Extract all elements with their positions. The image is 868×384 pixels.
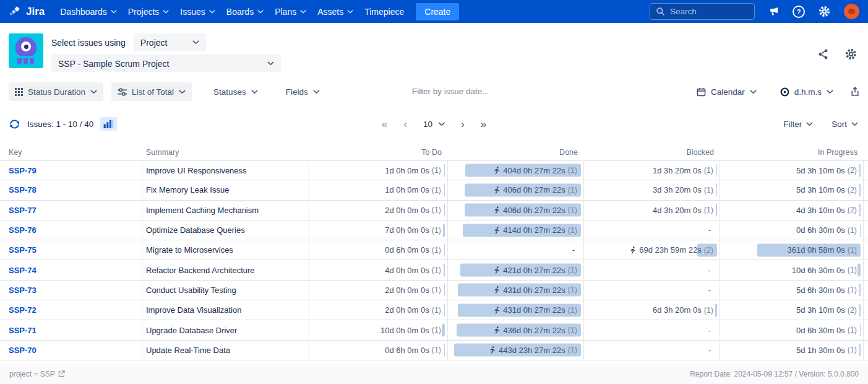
report-type-dropdown[interactable]: Status Duration <box>9 82 103 101</box>
report-header-actions <box>817 48 857 61</box>
issue-key-link[interactable]: SSP-72 <box>9 305 37 315</box>
done-duration-cell: 404d 0h 27m 22s(1) <box>448 161 584 180</box>
settings-gear-icon[interactable] <box>818 5 831 18</box>
inprogress-duration-cell: 5d 1h 30m 0s(1) <box>720 341 864 360</box>
issue-key-link[interactable]: SSP-71 <box>9 326 37 335</box>
user-avatar[interactable] <box>844 4 859 19</box>
blocked-duration-cell: - <box>584 260 720 279</box>
issue-date-filter[interactable]: Filter by issue date... <box>412 87 489 96</box>
blocked-duration-cell: - <box>584 320 720 339</box>
todo-duration-cell: 4d 0h 0m 0s(1) <box>309 260 448 279</box>
nav-timepiece[interactable]: Timepiece <box>359 4 410 20</box>
fields-dropdown[interactable]: Fields <box>280 82 326 101</box>
table-row: SSP-79 Improve UI Responsiveness 1d 0h 0… <box>0 160 868 180</box>
last-page-button[interactable]: » <box>481 119 486 129</box>
duration-bar <box>444 204 445 217</box>
current-status-runner-icon <box>629 247 636 254</box>
column-header-inprogress: In Progress <box>720 148 864 157</box>
create-button[interactable]: Create <box>416 3 459 20</box>
blocked-duration-cell: 4d 3h 20m 0s(1) <box>584 201 720 220</box>
duration-bar <box>444 344 445 357</box>
issue-key-link[interactable]: SSP-73 <box>9 286 37 295</box>
table-row: SSP-72 Improve Data Visualization 2d 0h … <box>0 300 868 320</box>
jira-logo-icon <box>9 5 22 18</box>
global-search[interactable] <box>650 3 755 20</box>
table-row: SSP-78 Fix Memory Leak Issue 1d 0h 0m 0s… <box>0 180 868 200</box>
duration-bar <box>716 204 717 217</box>
nav-assets[interactable]: Assets <box>312 4 359 20</box>
project-dropdown[interactable]: SSP - Sample Scrum Project <box>51 55 281 72</box>
page-size-dropdown[interactable]: 10 <box>423 120 445 129</box>
inprogress-duration-cell: 0d 6h 30m 0s(1) <box>720 320 864 339</box>
refresh-icon[interactable] <box>9 118 20 130</box>
issue-key-link[interactable]: SSP-75 <box>9 245 37 255</box>
chevron-down-icon <box>313 90 320 94</box>
nav-boards[interactable]: Boards <box>221 4 269 20</box>
issue-key-link[interactable]: SSP-76 <box>9 225 37 235</box>
chevron-down-icon <box>179 90 186 94</box>
issue-summary: Refactor Backend Architecture <box>142 260 309 279</box>
current-status-runner-icon <box>492 206 500 214</box>
jira-logo[interactable]: Jira <box>9 5 45 18</box>
column-header-done: Done <box>448 148 584 157</box>
previous-page-button[interactable]: ‹ <box>403 119 407 129</box>
duration-bar <box>859 183 861 196</box>
nav-projects[interactable]: Projects <box>122 4 175 20</box>
issue-summary: Upgrade Database Driver <box>142 320 309 339</box>
statuses-dropdown[interactable]: Statuses <box>207 82 264 101</box>
duration-bar <box>444 183 445 196</box>
sort-dropdown[interactable]: Sort <box>831 120 858 129</box>
calendar-dropdown[interactable]: Calendar <box>690 82 763 101</box>
first-page-button[interactable]: « <box>382 119 387 129</box>
todo-duration-cell: 7d 0h 0m 0s(1) <box>309 220 448 240</box>
todo-duration-cell: 1d 0h 0m 0s(1) <box>309 161 448 180</box>
chevron-down-icon <box>257 10 264 14</box>
filter-dropdown[interactable]: Filter <box>783 120 813 129</box>
issue-key-link[interactable]: SSP-70 <box>9 346 37 355</box>
report-settings-gear-icon[interactable] <box>844 48 857 61</box>
table-row: SSP-73 Conduct Usability Testing 2d 0h 0… <box>0 281 868 300</box>
footer: project = SSP Report Date: 2024-05-09 12… <box>0 364 868 384</box>
status-duration-table: Key Summary To Do Done Blocked In Progre… <box>0 144 868 360</box>
search-input[interactable] <box>670 7 749 16</box>
issue-key-link[interactable]: SSP-77 <box>9 206 37 215</box>
done-duration-cell: 436d 0h 27m 22s(1) <box>448 320 584 339</box>
nav-plans[interactable]: Plans <box>269 4 312 20</box>
select-issues-label: Select issues using <box>51 38 126 48</box>
issue-key-link[interactable]: SSP-79 <box>9 166 37 175</box>
share-icon[interactable] <box>817 48 829 60</box>
nav-dashboards[interactable]: Dashboards <box>54 4 122 20</box>
issue-source-dropdown[interactable]: Project <box>134 33 206 51</box>
view-mode-dropdown[interactable]: List of Total <box>111 82 192 101</box>
issue-key-link[interactable]: SSP-74 <box>9 266 37 275</box>
time-format-dropdown[interactable]: d.h.m.s <box>774 82 840 101</box>
done-duration-cell: 421d 0h 27m 22s(1) <box>448 260 584 279</box>
issue-summary: Conduct Usability Testing <box>142 281 309 300</box>
todo-duration-cell: 1d 0h 0m 0s(1) <box>309 180 448 199</box>
chart-view-toggle[interactable] <box>100 117 117 131</box>
issues-range-label: Issues: 1 - 10 / 40 <box>27 120 93 129</box>
table-body: SSP-79 Improve UI Responsiveness 1d 0h 0… <box>0 160 868 360</box>
blocked-duration-cell: 6d 3h 20m 0s(1) <box>584 300 720 320</box>
chevron-down-icon <box>111 10 117 14</box>
current-status-runner-icon <box>488 346 496 354</box>
issue-key-link[interactable]: SSP-78 <box>9 185 37 194</box>
blocked-duration-cell: 3d 3h 20m 0s(1) <box>584 180 720 199</box>
duration-bar <box>859 284 861 297</box>
duration-bar <box>860 224 861 237</box>
help-icon[interactable]: ? <box>793 6 805 18</box>
announcements-icon[interactable] <box>768 6 780 17</box>
todo-duration-cell: 2d 0h 0m 0s(1) <box>309 201 448 220</box>
next-page-button[interactable]: › <box>461 119 465 129</box>
app-logo-creature-icon <box>15 37 37 56</box>
chevron-down-icon <box>300 10 306 14</box>
nav-issues[interactable]: Issues <box>174 4 220 20</box>
chevron-down-icon <box>806 122 813 126</box>
filter-query-link[interactable]: project = SSP <box>9 370 65 378</box>
todo-duration-cell: 0d 6h 0m 0s(1) <box>309 341 448 360</box>
done-duration-cell: 431d 0h 27m 22s(1) <box>448 281 584 300</box>
blocked-duration-cell: - <box>584 341 720 360</box>
grid-apps-icon <box>15 88 23 96</box>
table-row: SSP-74 Refactor Backend Architecture 4d … <box>0 260 868 280</box>
export-icon[interactable] <box>851 87 859 97</box>
